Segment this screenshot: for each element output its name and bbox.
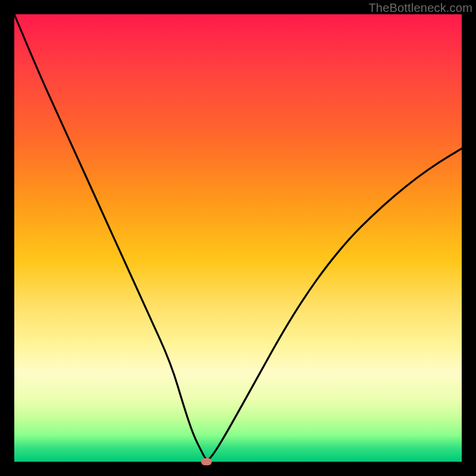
curve-path xyxy=(14,14,462,459)
minimum-marker xyxy=(201,458,212,465)
bottleneck-curve xyxy=(14,14,462,462)
chart-frame: TheBottleneck.com xyxy=(0,0,476,476)
plot-area xyxy=(14,14,462,462)
watermark-text: TheBottleneck.com xyxy=(368,1,472,15)
